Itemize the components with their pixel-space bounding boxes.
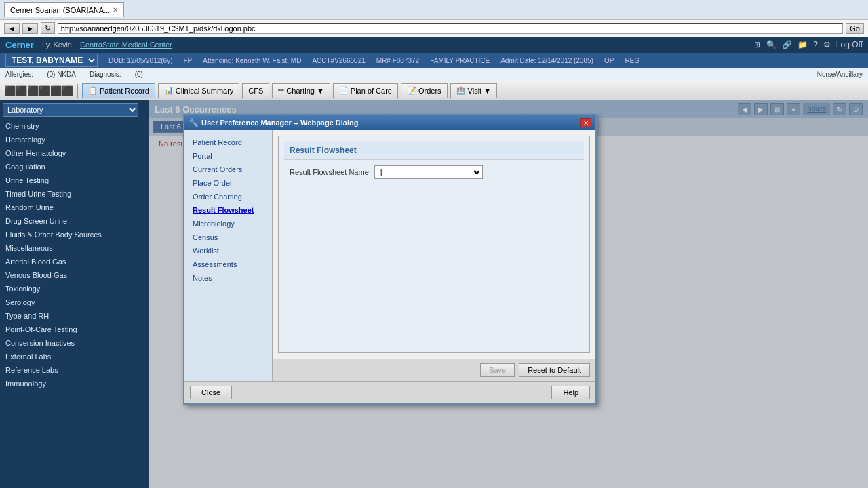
settings-icon[interactable]: ⚙ — [823, 40, 831, 49]
address-bar: ◄ ► ↻ Go — [0, 19, 868, 37]
sidebar-item-urine-testing[interactable]: Urine Testing — [0, 174, 149, 187]
dialog-titlebar: 🔧 User Preference Manager -- Webpage Dia… — [184, 115, 595, 130]
dialog-footer: Save Reset to Default — [273, 359, 595, 381]
forward-button[interactable]: ► — [22, 23, 38, 34]
toolbar-icons: ⬛⬛⬛⬛⬛⬛ — [4, 85, 73, 96]
dialog-title: User Preference Manager -- Webpage Dialo… — [201, 119, 358, 127]
close-button[interactable]: Close — [190, 386, 232, 399]
result-flowsheet-title: Result Flowsheet — [284, 142, 584, 160]
cfs-button[interactable]: CFS — [242, 83, 269, 98]
sidebar-item-arterial-blood-gas[interactable]: Arterial Blood Gas — [0, 255, 149, 268]
sidebar-item-point-of-care[interactable]: Point-Of-Care Testing — [0, 323, 149, 336]
refresh-button[interactable]: ↻ — [41, 22, 55, 34]
allergies-label: Allergies: — [5, 70, 33, 78]
nurse-label: Nurse/Ancillary — [817, 70, 863, 78]
sidebar-item-fluids-other-body[interactable]: Fluids & Other Body Sources — [0, 228, 149, 241]
app-user: Ly, Kevin — [42, 41, 72, 49]
dialog-blank-area — [284, 184, 584, 347]
dialog-bottom-bar: Close Help — [184, 381, 595, 403]
info-bar: Allergies: (0) NKDA Diagnosis: (0) Nurse… — [0, 68, 868, 81]
flowsheet-name-select[interactable]: | — [374, 165, 483, 179]
orders-icon: 📝 — [407, 86, 416, 95]
reset-to-default-button[interactable]: Reset to Default — [519, 363, 590, 377]
visit-icon: 🏥 — [456, 86, 466, 95]
dialog-icon: 🔧 — [189, 118, 199, 127]
sidebar-item-reference-labs[interactable]: Reference Labs — [0, 363, 149, 377]
dialog-nav-notes[interactable]: Notes — [184, 271, 272, 285]
clinical-summary-button[interactable]: 📊 Clinical Summary — [158, 83, 240, 98]
save-button[interactable]: Save — [480, 363, 515, 377]
dialog-content-area: Result Flowsheet Result Flowsheet Name | — [278, 136, 590, 353]
dialog-nav-census[interactable]: Census — [184, 230, 272, 244]
back-button[interactable]: ◄ — [4, 23, 20, 34]
diagnosis-value: (0) — [135, 70, 143, 78]
go-button[interactable]: Go — [846, 23, 864, 34]
dialog-nav-order-charting[interactable]: Order Charting — [184, 190, 272, 203]
logoff-button[interactable]: Log Off — [836, 40, 863, 49]
app-logo: Cerner — [5, 40, 34, 50]
sidebar-item-hematology[interactable]: Hematology — [0, 133, 149, 146]
lab-dropdown[interactable]: Laboratory — [3, 103, 138, 117]
visit-button[interactable]: 🏥 Visit ▼ — [450, 83, 497, 98]
dialog-nav-microbiology[interactable]: Microbiology — [184, 217, 272, 230]
sidebar-item-serology[interactable]: Serology — [0, 296, 149, 309]
sidebar-item-conversion-inactives[interactable]: Conversion Inactives — [0, 336, 149, 350]
dialog-body: Patient RecordPortalCurrent OrdersPlace … — [184, 130, 595, 381]
acct-info: ACCT#V2666021 — [312, 57, 365, 64]
sidebar-item-other-hematology[interactable]: Other Hematology — [0, 146, 149, 160]
print-icon[interactable]: 📁 — [797, 40, 808, 49]
help-button[interactable]: Help — [551, 386, 590, 399]
dialog-main-area: Result Flowsheet Result Flowsheet Name | — [273, 130, 595, 381]
op-badge: OP — [604, 57, 614, 64]
dialog-nav-assessments[interactable]: Assessments — [184, 258, 272, 271]
flowsheet-name-row: Result Flowsheet Name | — [284, 160, 584, 184]
charting-button[interactable]: ✏ Charting ▼ — [272, 83, 330, 98]
tab-close-icon[interactable]: ✕ — [113, 6, 118, 14]
orders-button[interactable]: 📝 Orders — [401, 83, 448, 98]
sidebar-item-random-urine[interactable]: Random Urine — [0, 201, 149, 214]
patient-selector[interactable]: TEST, BABYNAME — [5, 54, 98, 67]
dialog-close-button[interactable]: ✕ — [580, 118, 591, 127]
sidebar-item-external-labs[interactable]: External Labs — [0, 350, 149, 363]
mr-info: MR# F807372 — [376, 57, 419, 64]
diagnosis-label: Diagnosis: — [90, 70, 121, 78]
allergies-value: (0) NKDA — [47, 70, 76, 78]
reg-badge: REG — [625, 57, 639, 64]
grid-icon[interactable]: ⊞ — [754, 40, 761, 49]
dialog-nav-worklist[interactable]: Worklist — [184, 244, 272, 258]
sidebar-item-miscellaneous[interactable]: Miscellaneous — [0, 241, 149, 255]
sidebar-item-coagulation[interactable]: Coagulation — [0, 160, 149, 174]
practice-info: FAMILY PRACTICE — [430, 57, 490, 64]
plan-of-care-button[interactable]: 📄 Plan of Care — [333, 83, 398, 98]
link-icon[interactable]: 🔗 — [782, 40, 792, 49]
dialog-nav-portal[interactable]: Portal — [184, 149, 272, 163]
sidebar-categories: ChemistryHematologyOther HematologyCoagu… — [0, 119, 149, 390]
sidebar-item-drug-screen-urine[interactable]: Drug Screen Urine — [0, 214, 149, 228]
charting-icon: ✏ — [278, 86, 284, 95]
sidebar-item-chemistry[interactable]: Chemistry — [0, 119, 149, 133]
charting-arrow-icon: ▼ — [317, 87, 324, 95]
browser-tab[interactable]: Cerner Soarian (SOARIANA... ✕ — [4, 2, 124, 17]
dialog-nav-result-flowsheet[interactable]: Result Flowsheet — [184, 203, 272, 217]
flowsheet-name-label: Result Flowsheet Name — [290, 168, 369, 176]
dialog-nav-current-orders[interactable]: Current Orders — [184, 163, 272, 176]
address-input[interactable] — [58, 23, 844, 34]
sidebar-item-timed-urine-testing[interactable]: Timed Urine Testing — [0, 187, 149, 201]
patient-record-button[interactable]: 📋 Patient Record — [82, 83, 155, 98]
sidebar-item-toxicology[interactable]: Toxicology — [0, 282, 149, 296]
sidebar-item-type-and-rh[interactable]: Type and RH — [0, 309, 149, 323]
search-icon[interactable]: 🔍 — [766, 40, 776, 49]
tab-label: Cerner Soarian (SOARIANA... — [10, 6, 110, 14]
fp-badge: FP — [184, 57, 193, 64]
main-content: Last 6 Occurrences ◀ ▶ ⊞ ≡ hours ↻ ⊙ Las… — [149, 100, 868, 488]
dialog-nav-place-order[interactable]: Place Order — [184, 176, 272, 190]
sidebar-item-venous-blood-gas[interactable]: Venous Blood Gas — [0, 268, 149, 282]
browser-title-bar: Cerner Soarian (SOARIANA... ✕ — [0, 0, 868, 19]
dialog-nav-patient-record[interactable]: Patient Record — [184, 136, 272, 149]
help-icon[interactable]: ? — [813, 40, 818, 49]
attending-info: Attending: Kenneth W. Faist, MD — [203, 57, 301, 64]
browser-chrome: Cerner Soarian (SOARIANA... ✕ ◄ ► ↻ Go — [0, 0, 868, 37]
app-org[interactable]: CentraState Medical Center — [80, 41, 172, 49]
sidebar-item-immunology[interactable]: Immunology — [0, 377, 149, 390]
page-content: Laboratory ChemistryHematologyOther Hema… — [0, 100, 868, 488]
